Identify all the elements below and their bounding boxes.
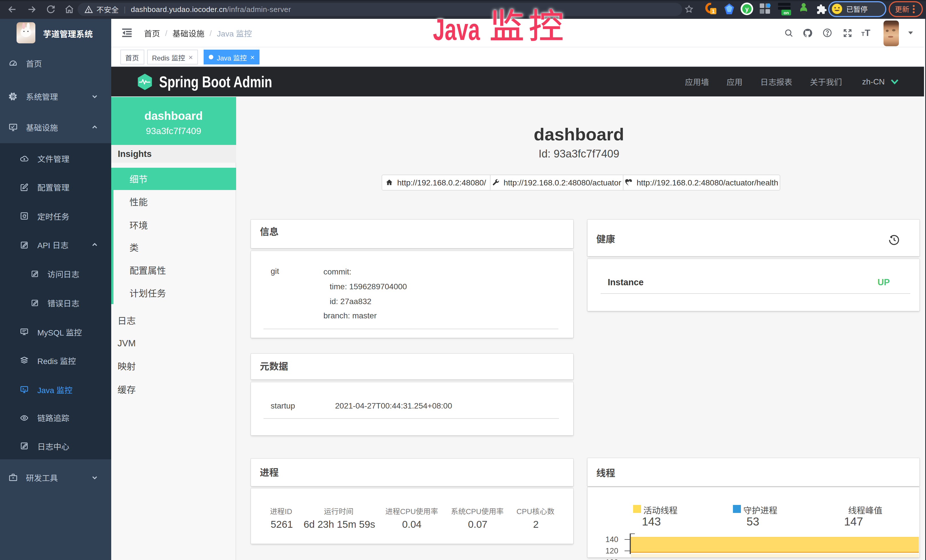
svg-text:1: 1 [712,9,715,14]
svg-text:on: on [784,10,788,15]
svg-text:y: y [745,5,749,12]
